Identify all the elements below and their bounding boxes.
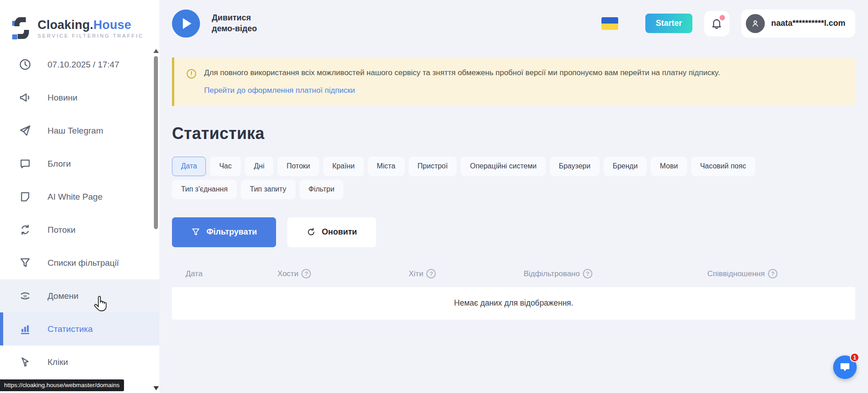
megaphone-icon (19, 91, 31, 104)
sidebar-item-streams[interactable]: Потоки (0, 213, 159, 246)
brand-logo[interactable]: Cloaking.House SERVICE FILTERING TRAFFIC (0, 0, 159, 45)
avatar (746, 14, 765, 33)
paper-plane-icon (19, 125, 31, 137)
bar-chart-icon (19, 323, 31, 335)
sidebar-item-label: Кліки (48, 357, 68, 367)
column-header-date: Дата (186, 269, 277, 278)
notifications-button[interactable] (704, 11, 730, 36)
filter-chip-connection-type[interactable]: Тип з'єднання (172, 180, 237, 199)
column-header-hosts: Хости? (277, 269, 409, 278)
sidebar-item-label: 07.10.2025 / 17:47 (48, 60, 119, 70)
upgrade-subscription-link[interactable]: Перейти до оформлення платної підписки (204, 86, 355, 95)
help-icon[interactable]: ? (301, 269, 311, 278)
filter-chip-browsers[interactable]: Браузери (550, 157, 600, 176)
sync-icon (19, 224, 31, 236)
help-icon[interactable]: ? (426, 269, 436, 278)
filter-chip-request-type[interactable]: Тип запиту (241, 180, 295, 199)
filter-button[interactable]: Фільтрувати (172, 217, 276, 247)
brand-logo-icon (12, 16, 32, 40)
notification-dot (720, 15, 725, 20)
column-header-hits: Хіти? (409, 269, 524, 278)
sidebar: Cloaking.House SERVICE FILTERING TRAFFIC… (0, 0, 159, 393)
refresh-icon (306, 227, 316, 237)
topbar: Дивитися демо-відео Starter naata*******… (159, 0, 868, 47)
sidebar-item-label: Наш Telegram (48, 126, 103, 136)
sidebar-nav: 07.10.2025 / 17:47 Новини Наш Telegram Б… (0, 48, 159, 379)
help-icon[interactable]: ? (768, 269, 777, 278)
sidebar-item-label: AI White Page (48, 192, 102, 202)
filter-chip-streams[interactable]: Потоки (277, 157, 319, 176)
chat-unread-badge: 1 (850, 353, 859, 362)
user-email: naata**********l.com (771, 19, 845, 28)
stats-table-header: Дата Хости? Хіти? Відфільтровано? Співві… (172, 261, 855, 287)
column-header-ratio: Співвідношення? (707, 269, 855, 278)
language-flag-ukraine[interactable] (601, 17, 618, 30)
sidebar-item-label: Статистика (48, 324, 93, 334)
sidebar-item-telegram[interactable]: Наш Telegram (0, 114, 159, 147)
clock-icon (19, 58, 31, 71)
user-account-button[interactable]: naata**********l.com (741, 10, 855, 38)
sidebar-item-news[interactable]: Новини (0, 81, 159, 114)
sidebar-item-clicks[interactable]: Кліки (0, 345, 159, 379)
trial-warning-banner: Для повного використання всіх можливосте… (172, 58, 855, 106)
watch-demo-label[interactable]: Дивитися демо-відео (212, 13, 257, 34)
filter-chip-date[interactable]: Дата (172, 157, 206, 176)
main-area: Дивитися демо-відео Starter naata*******… (159, 0, 868, 393)
scroll-down-arrow[interactable] (153, 386, 159, 390)
chat-bubble-icon (19, 158, 31, 170)
chat-widget-button[interactable]: 1 (833, 355, 857, 379)
filter-chip-languages[interactable]: Мови (651, 157, 687, 176)
link-preview-statusbar: https://cloaking.house/webmaster/domains (0, 379, 124, 391)
refresh-button[interactable]: Оновити (287, 217, 376, 247)
chat-icon (839, 361, 851, 373)
sidebar-item-label: Новини (48, 93, 77, 103)
sidebar-item-domains[interactable]: w Домени (0, 279, 159, 312)
help-icon[interactable]: ? (583, 269, 592, 278)
brand-tagline: SERVICE FILTERING TRAFFIC (38, 33, 144, 38)
sidebar-item-label: Блоги (48, 159, 71, 169)
funnel-icon (19, 257, 31, 269)
scroll-up-arrow[interactable] (153, 49, 159, 53)
svg-text:w: w (23, 293, 27, 298)
banner-text: Для повного використання всіх можливосте… (204, 67, 720, 79)
sidebar-item-label: Списки фільтрації (48, 258, 119, 268)
page-icon (19, 191, 31, 203)
domains-globe-icon: w (19, 290, 31, 302)
filter-chip-devices[interactable]: Пристрої (409, 157, 457, 176)
filter-chip-countries[interactable]: Країни (323, 157, 363, 176)
sidebar-scrollbar[interactable] (153, 49, 159, 393)
filter-chip-filters[interactable]: Фільтри (300, 180, 343, 199)
cursor-icon (19, 356, 31, 368)
filter-chip-os[interactable]: Операційні системи (461, 157, 545, 176)
sidebar-item-ai-white-page[interactable]: AI White Page (0, 180, 159, 213)
filter-chip-cities[interactable]: Міста (368, 157, 405, 176)
column-header-filtered: Відфільтровано? (524, 269, 707, 278)
filter-chip-days[interactable]: Дні (245, 157, 273, 176)
warning-icon (186, 68, 197, 79)
play-icon (183, 18, 191, 29)
sidebar-item-label: Домени (48, 291, 78, 301)
filter-chip-brands[interactable]: Бренди (604, 157, 647, 176)
empty-table-message: Немає даних для відображення. (172, 287, 855, 320)
play-demo-button[interactable] (172, 10, 200, 38)
filter-chip-time[interactable]: Час (210, 157, 241, 176)
page-title: Статистика (172, 124, 855, 143)
plan-starter-button[interactable]: Starter (645, 14, 692, 33)
sidebar-item-statistics[interactable]: Статистика (0, 312, 159, 345)
sidebar-item-datetime[interactable]: 07.10.2025 / 17:47 (0, 48, 159, 81)
brand-name: Cloaking.House (38, 18, 144, 32)
scrollbar-thumb[interactable] (154, 56, 158, 229)
funnel-icon (191, 227, 200, 237)
sidebar-item-blogs[interactable]: Блоги (0, 147, 159, 180)
filter-chip-timezone[interactable]: Часовий пояс (691, 157, 755, 176)
sidebar-item-label: Потоки (48, 225, 76, 235)
filter-tabs-row-2: Тип з'єднання Тип запиту Фільтри (172, 180, 855, 199)
filter-tabs-row-1: Дата Час Дні Потоки Країни Міста Пристро… (172, 157, 855, 176)
sidebar-item-filter-lists[interactable]: Списки фільтрації (0, 246, 159, 279)
